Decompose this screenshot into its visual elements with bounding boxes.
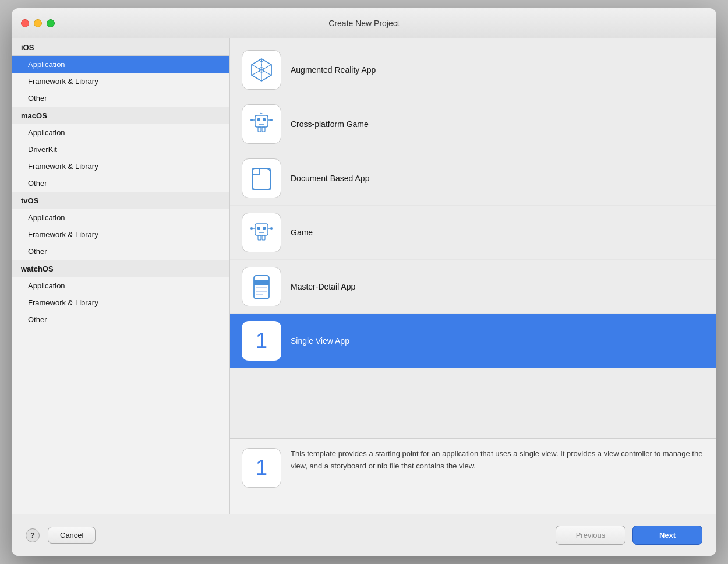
sidebar: iOS Application Framework & Library Othe… — [12, 38, 230, 514]
sidebar-item-tvos-application[interactable]: Application — [12, 209, 229, 226]
previous-button[interactable]: Previous — [556, 526, 625, 545]
template-item-crossplatform-game[interactable]: + Cross-platform Game — [230, 97, 716, 151]
create-new-project-window: Create New Project iOS Application Frame… — [12, 8, 716, 556]
template-item-master-detail[interactable]: Master-Detail App — [230, 260, 716, 314]
description-text: This template provides a starting point … — [291, 448, 705, 473]
sidebar-item-ios-other[interactable]: Other — [12, 90, 229, 107]
maximize-button[interactable] — [47, 19, 55, 27]
crossplatform-game-icon: + — [242, 104, 281, 144]
svg-point-24 — [250, 227, 253, 230]
svg-rect-21 — [263, 227, 266, 230]
svg-rect-19 — [255, 224, 268, 235]
svg-rect-8 — [257, 118, 260, 121]
sidebar-item-ios-framework[interactable]: Framework & Library — [12, 73, 229, 90]
sidebar-section-tvos: tvOS — [12, 192, 229, 209]
svg-point-12 — [250, 119, 253, 121]
sidebar-item-ios-application[interactable]: Application — [12, 56, 229, 73]
svg-point-14 — [270, 119, 273, 121]
sidebar-section-watchos: watchOS — [12, 260, 229, 277]
svg-rect-29 — [254, 276, 269, 299]
minimize-button[interactable] — [34, 19, 42, 27]
ar-app-icon — [242, 50, 281, 90]
master-detail-icon — [242, 267, 281, 306]
template-item-document-based[interactable]: Document Based App — [230, 151, 716, 206]
ar-app-name: Augmented Reality App — [291, 65, 376, 75]
bottom-left-controls: ? Cancel — [26, 527, 96, 544]
sidebar-item-tvos-other[interactable]: Other — [12, 243, 229, 260]
game-icon — [242, 213, 281, 252]
title-bar: Create New Project — [12, 8, 716, 38]
sidebar-item-watchos-application[interactable]: Application — [12, 277, 229, 294]
sidebar-section-macos: macOS — [12, 107, 229, 124]
sidebar-item-macos-driverkit[interactable]: DriverKit — [12, 141, 229, 158]
svg-point-26 — [270, 227, 273, 230]
svg-rect-16 — [262, 127, 265, 132]
description-number: 1 — [256, 456, 267, 480]
cancel-button[interactable]: Cancel — [48, 527, 96, 544]
svg-rect-20 — [257, 227, 260, 230]
bottom-bar: ? Cancel Previous Next — [12, 514, 716, 556]
single-view-number: 1 — [256, 329, 267, 353]
sidebar-item-watchos-other[interactable]: Other — [12, 311, 229, 328]
description-area: 1 This template provides a starting poin… — [230, 438, 716, 514]
svg-text:+: + — [260, 111, 263, 116]
window-title: Create New Project — [328, 19, 399, 28]
sidebar-item-tvos-framework[interactable]: Framework & Library — [12, 226, 229, 243]
document-based-name: Document Based App — [291, 174, 369, 183]
sidebar-section-ios: iOS — [12, 38, 229, 56]
single-view-icon: 1 — [242, 321, 281, 361]
svg-rect-9 — [263, 118, 266, 121]
next-button[interactable]: Next — [632, 526, 702, 545]
template-area: Augmented Reality App — [230, 38, 716, 514]
document-based-icon — [242, 158, 281, 198]
traffic-lights — [21, 19, 55, 27]
svg-rect-18 — [253, 168, 270, 189]
svg-rect-30 — [254, 280, 269, 285]
template-item-ar-app[interactable]: Augmented Reality App — [230, 43, 716, 97]
main-content: iOS Application Framework & Library Othe… — [12, 38, 716, 514]
sidebar-item-macos-framework[interactable]: Framework & Library — [12, 158, 229, 175]
sidebar-item-macos-application[interactable]: Application — [12, 124, 229, 141]
svg-rect-28 — [262, 235, 265, 240]
description-icon: 1 — [242, 448, 281, 488]
svg-rect-15 — [258, 127, 261, 132]
sidebar-item-macos-other[interactable]: Other — [12, 175, 229, 192]
bottom-right-controls: Previous Next — [556, 526, 702, 545]
svg-rect-7 — [255, 115, 268, 127]
template-item-single-view[interactable]: 1 Single View App — [230, 314, 716, 368]
svg-rect-27 — [258, 235, 261, 240]
sidebar-item-watchos-framework[interactable]: Framework & Library — [12, 294, 229, 311]
master-detail-name: Master-Detail App — [291, 282, 355, 291]
help-button[interactable]: ? — [26, 528, 40, 542]
close-button[interactable] — [21, 19, 29, 27]
template-list: Augmented Reality App — [230, 38, 716, 438]
single-view-name: Single View App — [291, 336, 349, 346]
crossplatform-game-name: Cross-platform Game — [291, 119, 369, 129]
game-name: Game — [291, 228, 313, 237]
template-item-game[interactable]: Game — [230, 206, 716, 260]
